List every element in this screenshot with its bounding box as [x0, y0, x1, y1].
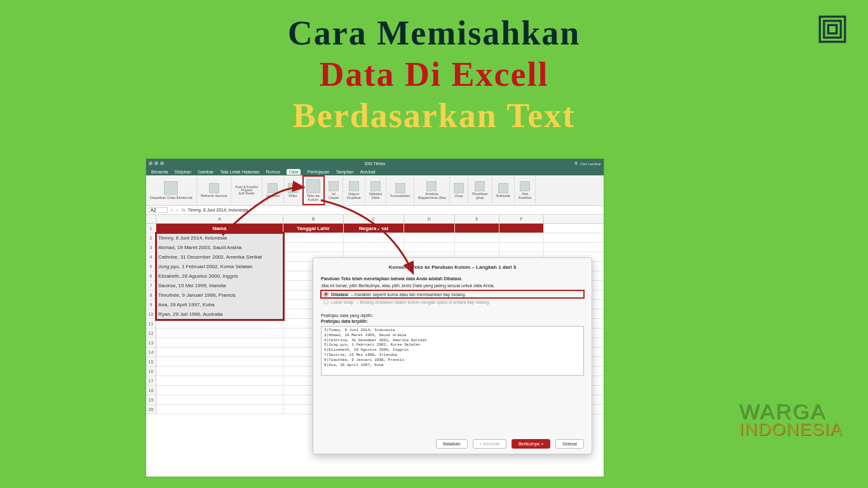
excel-screenshot: IDN Times 🔍 Cari Lembar Beranda Sisipkan…	[146, 159, 604, 477]
row-headers[interactable]: 1234567891011121314151617181920	[146, 224, 156, 414]
ribbon-consolidate[interactable]: Konsolidasi	[386, 175, 414, 205]
svg-rect-2	[828, 25, 836, 33]
tab-tata-letak[interactable]: Tata Letak Halaman	[220, 170, 259, 174]
cancel-button[interactable]: Batalkan	[436, 439, 467, 449]
tab-acrobat[interactable]: Acrobat	[360, 170, 376, 174]
col-header-F[interactable]: F	[499, 215, 544, 223]
tab-peninjauan[interactable]: Peninjauan	[307, 170, 329, 174]
ribbon-tabs: Beranda Sisipkan Gambar Tata Letak Halam…	[146, 168, 604, 175]
header-tanggal: Tanggal Lahir	[283, 224, 344, 233]
ribbon-toolbar: Dapatkan Data Eksternal Refresh Semua Ku…	[146, 175, 604, 206]
tab-tampilan[interactable]: Tampilan	[336, 170, 354, 174]
document-name: IDN Times	[365, 161, 386, 166]
col-header-E[interactable]: E	[455, 215, 499, 223]
table-row[interactable]: Timmy, 8 Juni 2014, Indonesia	[156, 233, 604, 243]
formula-bar: × ✓ fx Timmy, 8 Juni 2014, Indonesia	[146, 206, 604, 215]
watermark-line2: INDONESIA	[739, 421, 843, 437]
radio-fixed-desc: – Bidang diratakan dalam kolom dengan sp…	[356, 300, 490, 304]
col-header-B[interactable]: B	[283, 215, 344, 223]
finish-button[interactable]: Selesai	[555, 439, 584, 449]
svg-rect-1	[824, 21, 841, 37]
ribbon-filter[interactable]: Filter	[284, 175, 302, 205]
ribbon-refresh[interactable]: Refresh Semua	[197, 175, 232, 205]
col-header-D[interactable]: D	[404, 215, 455, 223]
title-line-3: Berdasarkan Text	[0, 95, 868, 137]
header-nama: Nama	[156, 224, 283, 233]
ribbon-what-if[interactable]: Analisis Bagaimana-Jika	[414, 175, 450, 205]
page-title: Cara Memisahkan Data Di Excell Berdasark…	[0, 0, 868, 136]
window-titlebar: IDN Times 🔍 Cari Lembar	[146, 159, 604, 168]
ribbon-sort[interactable]: Urutkan	[262, 175, 284, 205]
tab-gambar[interactable]: Gambar	[198, 170, 214, 174]
enter-icon[interactable]: ✓	[175, 208, 179, 213]
ribbon-connections[interactable]: Kueri & Koneksi Properti Edit Tautan	[231, 175, 262, 205]
tab-rumus[interactable]: Rumus	[266, 170, 280, 174]
preview-header: Pratinjau data terpilih:	[321, 319, 584, 323]
ribbon-group[interactable]: Grup	[450, 175, 468, 205]
radio-icon	[323, 292, 329, 297]
preview-caption: Pratinjau data yang dipilih:	[321, 313, 584, 318]
title-line-1: Cara Memisahkan	[0, 13, 868, 54]
table-row[interactable]: Ahmad, 19 Maret 2003, Saudi Arabia	[156, 243, 604, 252]
formula-text[interactable]: Timmy, 8 Juni 2014, Indonesia	[188, 208, 601, 212]
corner-logo-icon	[818, 15, 846, 43]
tab-data[interactable]: Data	[287, 169, 301, 175]
radio-delimited-label: Dibatasi	[331, 292, 348, 297]
dialog-title: Konversi Teks ke Panduan Kolom – Langkah…	[321, 264, 584, 270]
tab-sisipkan[interactable]: Sisipkan	[174, 170, 191, 174]
col-header-A[interactable]: A	[156, 215, 283, 223]
dialog-sub: Jika ini benar, pilih Berikutnya, atau p…	[321, 283, 584, 288]
ribbon-analysis-tools[interactable]: Alat Analisis	[515, 175, 536, 205]
next-button[interactable]: Berikutnya >	[512, 439, 550, 449]
ribbon-flash-fill[interactable]: Isi Cepat	[325, 175, 343, 205]
radio-icon	[323, 299, 329, 304]
text-to-columns-dialog: Konversi Teks ke Panduan Kolom – Langkah…	[313, 257, 592, 454]
table-header-row: Nama Tanggal Lahir Negara Asal	[156, 224, 604, 233]
watermark-line1: WARGA	[739, 402, 843, 421]
radio-delimited[interactable]: Dibatasi – Karakter seperti koma atau ta…	[321, 290, 584, 298]
radio-fixed-width[interactable]: Lebar tetap – Bidang diratakan dalam kol…	[321, 298, 584, 306]
ribbon-remove-duplicates[interactable]: Hapus Duplikat	[343, 175, 365, 205]
watermark: WARGA INDONESIA	[739, 402, 843, 437]
dialog-lead: Panduan Teks telah menetapkan bahwa data…	[321, 276, 584, 281]
preview-box: 2|Timmy, 8 Juni 2014, Indonesia 3|Ahmad,…	[321, 326, 584, 376]
cancel-icon[interactable]: ×	[170, 208, 173, 212]
traffic-lights-icon	[149, 161, 164, 165]
ribbon-ungroup[interactable]: Pisahkan grup	[468, 175, 492, 205]
header-negara: Negara Asal	[344, 224, 404, 233]
tab-beranda[interactable]: Beranda	[151, 170, 168, 174]
search-field[interactable]: 🔍 Cari Lembar	[574, 161, 601, 166]
back-button[interactable]: < Kembali	[473, 439, 506, 449]
ribbon-text-to-columns[interactable]: Teks ke Kolom	[302, 175, 325, 205]
radio-fixed-label: Lebar tetap	[331, 300, 353, 304]
ribbon-get-data[interactable]: Dapatkan Data Eksternal	[146, 175, 197, 205]
ribbon-data-validation[interactable]: Validasi Data	[365, 175, 387, 205]
col-header-C[interactable]: C	[344, 215, 404, 223]
title-line-2: Data Di Excell	[0, 54, 868, 95]
fx-label: fx	[182, 208, 185, 212]
radio-delimited-desc: – Karakter seperti koma atau tab memisah…	[351, 292, 466, 297]
name-box[interactable]	[149, 207, 168, 213]
ribbon-subtotal[interactable]: Subtotal	[492, 175, 515, 205]
